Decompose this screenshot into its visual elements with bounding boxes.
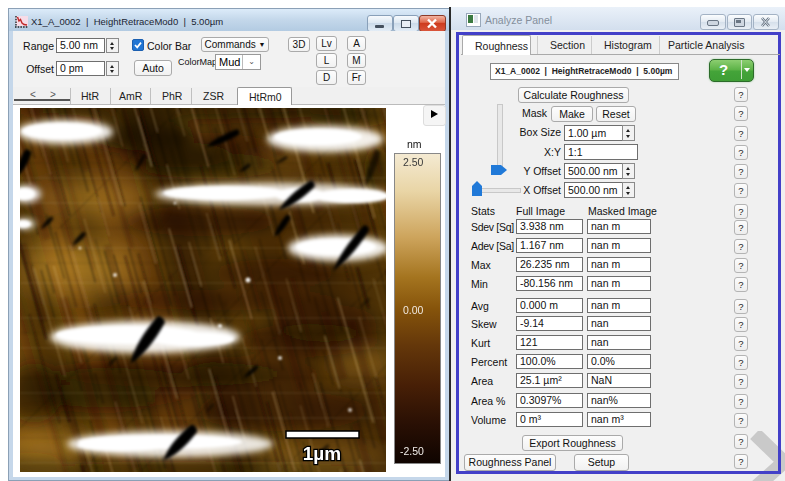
svg-text:1µm: 1µm bbox=[303, 443, 341, 464]
